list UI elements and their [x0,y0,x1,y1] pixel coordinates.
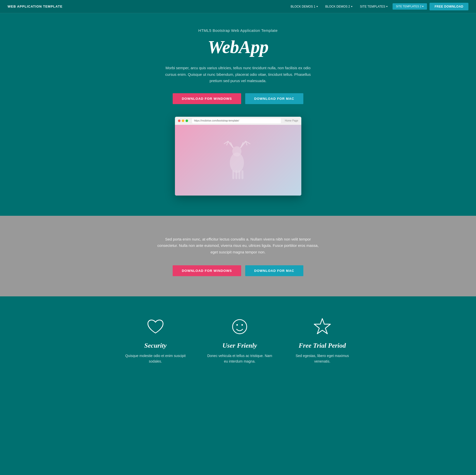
browser-url-bar: https://mobirise.com/bootstrap-template/ [192,118,281,123]
feature-free-trial-desc: Sed egestas, libero eget maximus venenat… [293,353,352,364]
grey-buttons: DOWNLOAD FOR WINDOWS DOWNLOAD FOR MAC [173,265,303,276]
svg-point-14 [233,320,247,334]
feature-security-desc: Quisque molestie odio et enim suscipit s… [124,353,187,364]
dot-green [186,120,188,122]
svg-rect-13 [241,170,243,179]
feature-security-title: Security [144,342,167,349]
features-grid: Security Quisque molestie odio et enim s… [124,317,352,364]
grey-download-windows-button[interactable]: DOWNLOAD FOR WINDOWS [173,265,241,276]
feature-free-trial: Free Trial Period Sed egestas, libero eg… [293,317,352,364]
hero-description: Morbi semper, arcu quis varius ultricies… [162,65,314,84]
hero-title: WebApp [208,37,268,58]
grey-download-mac-button[interactable]: DOWNLOAD FOR MAC [245,265,303,276]
navbar: WEB APPLICATION TEMPLATE BLOCK DEMOS 1 ▾… [0,0,476,13]
svg-point-16 [241,324,243,326]
navbar-right: BLOCK DEMOS 1 ▾ BLOCK DEMOS 2 ▾ SITE TEM… [288,3,468,10]
free-download-button[interactable]: FREE DOWNLOAD [429,3,468,10]
nav-block-demos-1[interactable]: BLOCK DEMOS 1 ▾ [288,3,320,10]
features-section: Security Quisque molestie odio et enim s… [0,296,476,390]
svg-point-9 [230,153,244,173]
chevron-down-icon: ▾ [386,5,388,8]
browser-bar: https://mobirise.com/bootstrap-template/… [175,117,301,125]
browser-mockup: https://mobirise.com/bootstrap-template/… [175,117,301,196]
hero-buttons: DOWNLOAD FOR WINDOWS DOWNLOAD FOR MAC [173,93,303,104]
download-windows-button[interactable]: DOWNLOAD FOR WINDOWS [173,93,241,104]
browser-home-label: Home Page [285,119,298,122]
grey-section: Sed porta enim nunc, at efficitur lectus… [0,216,476,297]
chevron-down-icon: ▾ [422,5,424,8]
feature-user-friendly: User Frienly Donec vehicula et tellus ac… [207,317,273,364]
svg-rect-11 [235,170,237,179]
smiley-icon [230,317,250,337]
feature-free-trial-title: Free Trial Period [299,342,346,349]
feature-user-friendly-desc: Donec vehicula et tellus ac tristique. N… [207,353,273,364]
deer-illustration [222,140,255,180]
heart-icon [145,317,166,337]
chevron-down-icon: ▾ [351,5,352,8]
svg-marker-17 [314,319,330,334]
hero-section: HTML5 Bootstrap Web Application Template… [0,13,476,216]
svg-rect-10 [232,170,234,179]
svg-point-15 [236,324,238,326]
dot-yellow [182,120,184,122]
browser-content [175,125,301,196]
feature-user-friendly-title: User Frienly [222,342,257,349]
browser-dots [178,120,188,122]
hero-subtitle: HTML5 Bootstrap Web Application Template [198,28,278,33]
svg-rect-12 [238,170,240,179]
nav-site-templates-2-button[interactable]: SITE TEMPLATES 2 ▾ [393,3,427,10]
dot-red [178,120,180,122]
nav-site-templates[interactable]: SITE TEMPLATES ▾ [357,3,390,10]
download-mac-button[interactable]: DOWNLOAD FOR MAC [245,93,303,104]
star-icon [312,317,332,337]
grey-description: Sed porta enim nunc, at efficitur lectus… [157,236,319,255]
feature-security: Security Quisque molestie odio et enim s… [124,317,187,364]
nav-block-demos-2[interactable]: BLOCK DEMOS 2 ▾ [323,3,355,10]
chevron-down-icon: ▾ [316,5,318,8]
brand-logo: WEB APPLICATION TEMPLATE [8,5,62,8]
